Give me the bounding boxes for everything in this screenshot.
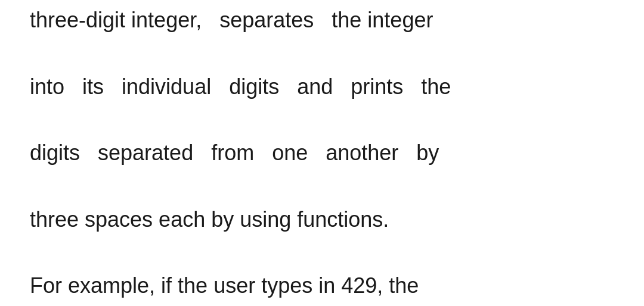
line-5: three spaces each by using functions.: [30, 203, 614, 236]
line-3: into its individual digits and prints th…: [30, 70, 614, 104]
line-6: For example, if the user types in 429, t…: [30, 269, 614, 302]
line-2: three-digit integer, separates the integ…: [30, 4, 614, 37]
line-4: digits separated from one another by: [30, 136, 614, 170]
question-text: Q9/Write a program that inputs a three-d…: [30, 0, 614, 306]
